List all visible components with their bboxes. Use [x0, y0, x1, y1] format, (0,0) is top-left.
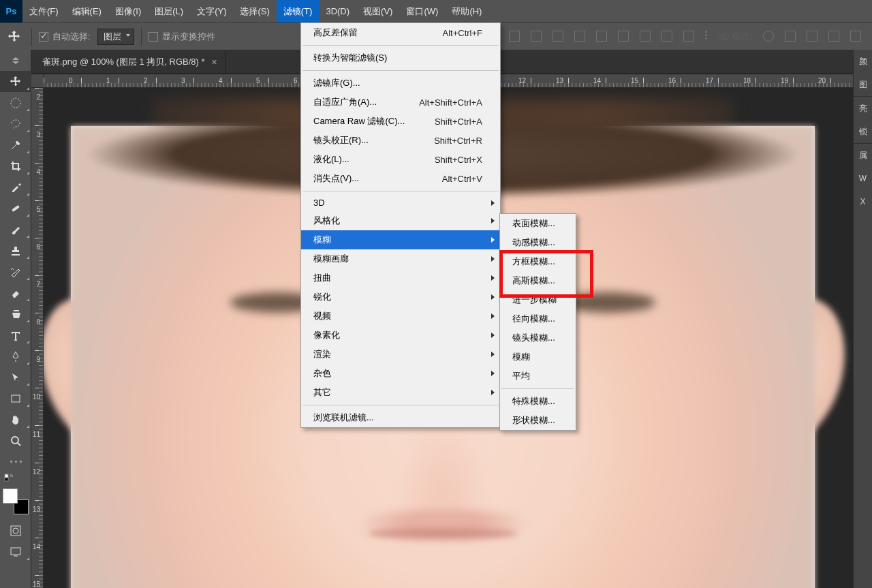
auto-select-checkbox[interactable]: [39, 32, 48, 42]
menu-图像[interactable]: 图像(I): [108, 0, 148, 22]
mode3d-icon[interactable]: [763, 31, 774, 42]
panel-tab[interactable]: 亮: [854, 97, 872, 120]
hand-tool[interactable]: [0, 409, 31, 430]
mode3d-icon[interactable]: [828, 31, 839, 42]
gradient-tool[interactable]: [0, 303, 31, 324]
align-icon[interactable]: [574, 31, 585, 42]
submenu-item[interactable]: 表面模糊...: [500, 214, 576, 233]
menu-item[interactable]: 模糊画廊: [301, 249, 500, 268]
crop-tool[interactable]: [0, 155, 31, 176]
menu-item[interactable]: 滤镜库(G)...: [301, 74, 500, 93]
color-swatches[interactable]: [3, 489, 29, 514]
submenu-item[interactable]: 进一步模糊: [500, 290, 576, 309]
align-icon[interactable]: [661, 31, 672, 42]
svg-point-0: [11, 98, 20, 108]
submenu-item[interactable]: 径向模糊...: [500, 309, 576, 328]
show-transform-checkbox[interactable]: [149, 32, 158, 42]
move-tool-icon[interactable]: [4, 27, 25, 47]
menu-图层[interactable]: 图层(L): [148, 0, 190, 22]
more-icon[interactable]: [705, 31, 707, 43]
align-icon[interactable]: [618, 31, 629, 42]
document-tab[interactable]: 雀斑.png @ 100% (图层 1 拷贝, RGB/8) * ×: [34, 50, 226, 74]
healing-tool[interactable]: [0, 198, 31, 219]
submenu-item[interactable]: 高斯模糊...: [500, 271, 576, 290]
menu-item[interactable]: 风格化: [301, 211, 500, 230]
menu-3D[interactable]: 3D(D): [319, 0, 356, 22]
panel-tab[interactable]: 颜: [854, 50, 872, 73]
screenmode-icon[interactable]: [0, 541, 31, 562]
type-tool[interactable]: [0, 324, 31, 345]
panel-tab[interactable]: W: [854, 167, 872, 190]
submenu-item[interactable]: 形状模糊...: [500, 411, 576, 430]
close-tab-icon[interactable]: ×: [212, 57, 217, 67]
menu-item[interactable]: 杂色: [301, 364, 500, 383]
panel-tab[interactable]: 图: [854, 73, 872, 96]
stamp-tool[interactable]: [0, 240, 31, 261]
submenu-item[interactable]: 方框模糊...: [500, 252, 576, 271]
menu-item[interactable]: 模糊: [301, 230, 500, 249]
menu-item[interactable]: 浏览联机滤镜...: [301, 408, 500, 427]
menu-item[interactable]: 视频: [301, 307, 500, 326]
eraser-tool[interactable]: [0, 282, 31, 303]
submenu-item[interactable]: 模糊: [500, 347, 576, 367]
zoom-tool[interactable]: [0, 430, 31, 451]
align-icon[interactable]: [509, 31, 520, 42]
submenu-item[interactable]: 特殊模糊...: [500, 392, 576, 411]
menu-item[interactable]: 其它: [301, 383, 500, 402]
marquee-tool[interactable]: [0, 92, 31, 113]
more-tools-icon[interactable]: [0, 451, 31, 472]
wand-tool[interactable]: [0, 134, 31, 155]
menu-item[interactable]: 镜头校正(R)...Shift+Ctrl+R: [301, 131, 500, 150]
panel-tab[interactable]: X: [854, 190, 872, 213]
menu-滤镜[interactable]: 滤镜(T): [277, 0, 320, 22]
menu-item[interactable]: 渲染: [301, 345, 500, 364]
history-brush-tool[interactable]: [0, 261, 31, 282]
submenu-item[interactable]: 平均: [500, 367, 576, 386]
eyedropper-tool[interactable]: [0, 176, 31, 198]
submenu-item[interactable]: 镜头模糊...: [500, 328, 576, 347]
menu-item[interactable]: 自适应广角(A)...Alt+Shift+Ctrl+A: [301, 93, 500, 112]
document-title: 雀斑.png @ 100% (图层 1 拷贝, RGB/8) *: [42, 56, 205, 68]
fg-color-swatch[interactable]: [3, 489, 18, 504]
mode3d-icon[interactable]: [850, 31, 861, 42]
menu-选择[interactable]: 选择(S): [233, 0, 276, 22]
menu-帮助[interactable]: 帮助(H): [445, 0, 488, 22]
menu-item[interactable]: 转换为智能滤镜(S): [301, 48, 500, 67]
align-icon[interactable]: [531, 31, 542, 42]
align-icon[interactable]: [552, 31, 563, 42]
menu-编辑[interactable]: 编辑(E): [65, 0, 108, 22]
swap-colors-icon[interactable]: [0, 472, 31, 483]
menu-item[interactable]: 液化(L)...Shift+Ctrl+X: [301, 150, 500, 169]
move-tool[interactable]: [0, 71, 31, 92]
menu-item[interactable]: 3D: [301, 194, 500, 211]
panel-tab[interactable]: 属: [854, 144, 872, 167]
menu-item[interactable]: 像素化: [301, 326, 500, 345]
brush-tool[interactable]: [0, 219, 31, 240]
shape-tool[interactable]: [0, 388, 31, 409]
align-icon[interactable]: [596, 31, 607, 42]
mode3d-icon[interactable]: [785, 31, 796, 42]
layer-type-select[interactable]: 图层: [97, 29, 134, 45]
menu-item[interactable]: Camera Raw 滤镜(C)...Shift+Ctrl+A: [301, 112, 500, 131]
align-icon[interactable]: [683, 31, 694, 42]
menu-item[interactable]: 高反差保留Alt+Ctrl+F: [301, 23, 500, 42]
quickmask-icon[interactable]: [0, 520, 31, 541]
mode3d-icon[interactable]: [807, 31, 818, 42]
menu-窗口[interactable]: 窗口(W): [399, 0, 445, 22]
menu-item[interactable]: 扭曲: [301, 268, 500, 288]
menu-item[interactable]: 消失点(V)...Alt+Ctrl+V: [301, 169, 500, 188]
menu-文件[interactable]: 文件(F): [22, 0, 65, 22]
ruler-corner: [31, 74, 44, 88]
pen-tool[interactable]: [0, 345, 31, 367]
panel-tab[interactable]: 锁: [854, 120, 872, 143]
menu-视图[interactable]: 视图(V): [356, 0, 399, 22]
blur-submenu: 表面模糊...动感模糊...方框模糊...高斯模糊...进一步模糊径向模糊...…: [499, 213, 576, 431]
tab-expand-icon[interactable]: [0, 50, 31, 71]
menu-item[interactable]: 锐化: [301, 288, 500, 307]
path-select-tool[interactable]: [0, 367, 31, 388]
vertical-ruler[interactable]: 23456789101112131415: [31, 88, 44, 588]
submenu-item[interactable]: 动感模糊...: [500, 233, 576, 252]
align-icon[interactable]: [640, 31, 651, 42]
menu-文字[interactable]: 文字(Y): [190, 0, 233, 22]
lasso-tool[interactable]: [0, 113, 31, 134]
